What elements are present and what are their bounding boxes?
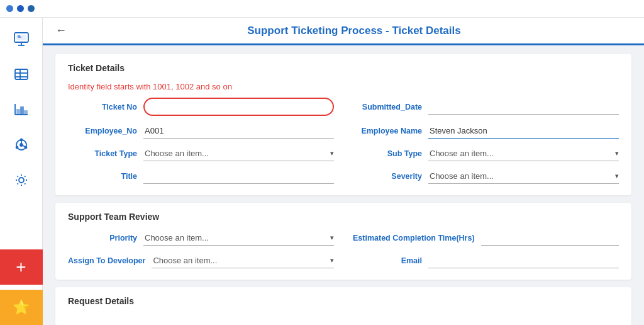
severity-select-wrapper: Choose an item... ▾ [428, 169, 619, 184]
title-input[interactable] [143, 169, 334, 184]
submitted-date-input[interactable] [428, 100, 619, 115]
request-details-section: Request Details [55, 287, 631, 325]
support-team-form: Priority Choose an item... ▾ Estimated C… [68, 231, 619, 268]
svg-point-21 [20, 139, 22, 141]
sidebar-item-settings[interactable] [6, 165, 36, 195]
ticket-no-row: Ticket No [68, 98, 334, 116]
priority-arrow-icon: ▾ [330, 234, 334, 242]
estimated-input[interactable] [481, 231, 619, 246]
submitted-date-row: Submitted_Date [353, 98, 619, 116]
ticket-type-select[interactable]: Choose an item... [143, 146, 330, 161]
svg-rect-6 [15, 69, 28, 79]
svg-point-20 [25, 147, 26, 149]
sidebar-item-analytics[interactable] [6, 130, 36, 160]
email-label: Email [353, 256, 422, 265]
ticket-type-select-wrapper: Choose an item... ▾ [143, 146, 334, 161]
dot-1 [6, 5, 13, 12]
svg-point-19 [16, 147, 18, 149]
priority-select-wrapper: Choose an item... ▾ [143, 231, 334, 246]
sidebar-item-database[interactable] [6, 59, 36, 89]
sub-type-arrow-icon: ▾ [615, 149, 619, 157]
estimated-row: Estimated Completion Time(Hrs) [353, 231, 619, 246]
employee-no-input[interactable] [143, 123, 334, 139]
sub-type-select[interactable]: Choose an item... [428, 146, 615, 161]
ticket-type-label: Ticket Type [68, 149, 137, 158]
ticket-no-input[interactable] [143, 98, 334, 116]
sub-type-select-wrapper: Choose an item... ▾ [428, 146, 619, 161]
header: ← Support Ticketing Process - Ticket Det… [43, 18, 644, 45]
ticket-no-wrapper [143, 98, 334, 116]
assign-developer-select-wrapper: Choose an item... ▾ [152, 253, 334, 268]
ticket-no-label: Ticket No [68, 103, 137, 111]
severity-select[interactable]: Choose an item... [428, 169, 615, 183]
priority-label: Priority [68, 234, 137, 242]
dot-3 [28, 5, 35, 12]
email-input[interactable] [428, 253, 619, 268]
assign-developer-arrow-icon: ▾ [330, 256, 334, 265]
title-row: Title [68, 169, 334, 184]
severity-arrow-icon: ▾ [615, 172, 619, 180]
svg-point-18 [20, 144, 23, 146]
employee-name-label: Employee Name [353, 127, 422, 135]
sub-type-row: Sub Type Choose an item... ▾ [353, 146, 619, 161]
svg-rect-12 [17, 110, 19, 115]
employee-no-label: Employee_No [68, 127, 137, 135]
employee-name-input[interactable] [428, 123, 619, 139]
request-details-title: Request Details [68, 296, 619, 306]
ticket-details-form: Ticket No Submitted_Date Employee_No [68, 98, 619, 184]
ticket-details-section: Ticket Details Identity field starts wit… [55, 54, 631, 195]
app-layout: + ⭐ ← Support Ticketing Process - Ticket… [0, 18, 644, 325]
svg-point-22 [19, 178, 24, 183]
severity-row: Severity Choose an item... ▾ [353, 169, 619, 184]
ticket-type-arrow-icon: ▾ [330, 149, 334, 157]
employee-name-row: Employee Name [353, 123, 619, 139]
hint-text: Identity field starts with 1001, 1002 an… [68, 82, 619, 91]
support-team-title: Support Team Review [68, 212, 619, 222]
assign-developer-select[interactable]: Choose an item... [152, 253, 330, 268]
back-button[interactable]: ← [55, 24, 67, 37]
severity-label: Severity [353, 172, 422, 181]
priority-row: Priority Choose an item... ▾ [68, 231, 334, 246]
assign-developer-label: Assign To Developer [68, 256, 145, 265]
sub-type-label: Sub Type [353, 149, 422, 158]
add-button[interactable]: + [0, 249, 43, 285]
assign-developer-row: Assign To Developer Choose an item... ▾ [68, 253, 334, 268]
email-row: Email [353, 253, 619, 268]
svg-rect-14 [25, 111, 27, 115]
dot-2 [17, 5, 24, 12]
sidebar-item-monitor[interactable] [6, 24, 36, 54]
sidebar-item-chart[interactable] [6, 94, 36, 125]
ticket-details-title: Ticket Details [68, 63, 619, 73]
ticket-type-row: Ticket Type Choose an item... ▾ [68, 146, 334, 161]
priority-select[interactable]: Choose an item... [143, 231, 330, 245]
content-area: Ticket Details Identity field starts wit… [43, 45, 644, 325]
svg-rect-13 [21, 107, 23, 115]
estimated-label: Estimated Completion Time(Hrs) [353, 233, 475, 243]
title-bar [0, 0, 644, 18]
support-team-review-section: Support Team Review Priority Choose an i… [55, 203, 631, 280]
title-label: Title [68, 172, 137, 181]
employee-no-row: Employee_No [68, 123, 334, 139]
submitted-date-label: Submitted_Date [353, 103, 422, 111]
main-content: ← Support Ticketing Process - Ticket Det… [43, 18, 644, 325]
page-title: Support Ticketing Process - Ticket Detai… [77, 25, 631, 37]
star-button[interactable]: ⭐ [0, 290, 43, 325]
sidebar: + ⭐ [0, 18, 43, 325]
